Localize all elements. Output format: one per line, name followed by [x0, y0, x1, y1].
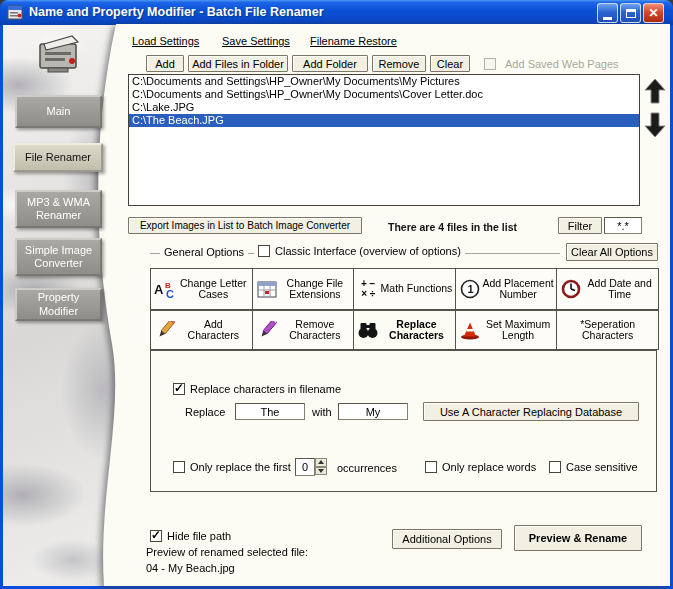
character-database-button[interactable]: Use A Character Replacing Database: [423, 402, 639, 421]
occurrences-spin-up[interactable]: [315, 458, 327, 467]
sidebar-item-mp3-wma-renamer[interactable]: MP3 & WMA Renamer: [15, 190, 102, 228]
file-list-item[interactable]: C:\Lake.JPG: [129, 101, 639, 114]
tab-seperation-characters[interactable]: *Seperation Characters: [556, 310, 659, 350]
replace-from-input[interactable]: [235, 403, 305, 420]
sidebar-item-mp3-wma-label: MP3 & WMA Renamer: [17, 196, 100, 222]
tab-add-date-and-time[interactable]: Add Date and Time: [556, 268, 659, 310]
sidebar-item-property-modifier[interactable]: Property Modifier: [15, 288, 102, 321]
general-options-label: General Options: [160, 246, 248, 258]
filter-button[interactable]: Filter: [558, 217, 602, 234]
sidebar-item-image-converter-label: Simple Image Converter: [17, 244, 100, 270]
sidebar-item-simple-image-converter[interactable]: Simple Image Converter: [15, 238, 102, 276]
maximize-button[interactable]: [620, 3, 641, 23]
content-panel: Load Settings Save Settings Filename Res…: [84, 24, 670, 586]
filename-restore-link[interactable]: Filename Restore: [310, 35, 397, 47]
spin-down-icon: [318, 469, 324, 473]
sidebar-item-file-renamer-label: File Renamer: [25, 151, 91, 164]
tab-change-letter-cases[interactable]: A B C Change Letter Cases: [150, 268, 253, 310]
tab-add-placement-number[interactable]: 1 Add Placement Number: [455, 268, 558, 310]
move-up-button[interactable]: [642, 76, 668, 106]
down-arrow-icon: [644, 112, 666, 138]
tab-add-characters[interactable]: Add Characters: [150, 310, 253, 350]
eraser-pen-icon: [255, 321, 279, 340]
tab-replace-characters[interactable]: Replace Characters: [353, 310, 456, 350]
add-files-in-folder-button[interactable]: Add Files in Folder: [188, 55, 288, 72]
tab-change-file-extensions[interactable]: Change File Extensions: [252, 268, 355, 310]
hide-file-path-checkbox[interactable]: [150, 530, 162, 542]
math-functions-icon: + − × ÷: [356, 279, 380, 299]
occurrences-input[interactable]: [295, 458, 315, 476]
clear-button[interactable]: Clear: [430, 55, 470, 72]
move-down-button[interactable]: [642, 110, 668, 140]
classic-interface-row: Classic Interface (overview of options): [254, 245, 465, 257]
case-sensitive-label: Case sensitive: [566, 461, 638, 473]
hide-file-path-row: Hide file path: [150, 530, 231, 542]
case-sensitive-checkbox[interactable]: [549, 461, 561, 473]
only-replace-words-label: Only replace words: [442, 461, 536, 473]
clear-all-options-button[interactable]: Clear All Options: [566, 243, 658, 261]
file-listbox[interactable]: C:\Documents and Settings\HP_Owner\My Do…: [128, 74, 640, 206]
add-saved-web-pages-checkbox[interactable]: [484, 58, 496, 70]
sidebar-item-main-label: Main: [47, 105, 71, 118]
option-tabs-row1: A B C Change Letter Cases: [150, 268, 659, 310]
additional-options-button[interactable]: Additional Options: [392, 529, 502, 549]
save-settings-link[interactable]: Save Settings: [222, 35, 290, 47]
up-arrow-icon: [644, 78, 666, 104]
pencil-icon: [153, 321, 177, 340]
only-replace-words-checkbox[interactable]: [425, 461, 437, 473]
preview-caption: Preview of renamed selected file:: [146, 546, 308, 558]
classic-interface-label: Classic Interface (overview of options): [275, 245, 461, 257]
window-title: Name and Property Modifier - Batch File …: [29, 5, 324, 19]
add-button[interactable]: Add: [146, 55, 184, 72]
sidebar-item-property-modifier-label: Property Modifier: [17, 291, 100, 317]
hide-file-path-label: Hide file path: [167, 530, 231, 542]
close-icon: ✕: [648, 7, 658, 19]
letter-cases-icon: A B C: [153, 279, 177, 299]
add-folder-button[interactable]: Add Folder: [292, 55, 368, 72]
sidebar-item-file-renamer[interactable]: File Renamer: [13, 143, 103, 172]
minimize-icon: [603, 17, 612, 20]
content-panel-shadow: Load Settings Save Settings Filename Res…: [84, 24, 670, 586]
close-button[interactable]: ✕: [643, 3, 664, 23]
file-list-item[interactable]: C:\Documents and Settings\HP_Owner\My Do…: [129, 75, 639, 88]
file-list-item[interactable]: C:\Documents and Settings\HP_Owner\My Do…: [129, 88, 639, 101]
file-toolbar: Add Add Files in Folder Add Folder Remov…: [146, 55, 619, 72]
only-replace-first-checkbox[interactable]: [173, 461, 185, 473]
export-images-button[interactable]: Export Images in List to Batch Image Con…: [128, 217, 362, 234]
placement-number-icon: 1: [458, 279, 482, 299]
svg-text:C: C: [166, 288, 174, 299]
tab-remove-characters[interactable]: Remove Characters: [252, 310, 355, 350]
clock-icon: [559, 279, 583, 299]
option-tabs-row2: Add Characters Remove Characters: [150, 310, 659, 350]
with-label: with: [312, 406, 332, 418]
filter-input[interactable]: [604, 217, 642, 234]
cone-icon: [458, 321, 482, 340]
occurrences-label: occurrences: [337, 462, 397, 474]
replace-in-filename-checkbox[interactable]: [173, 383, 185, 395]
load-settings-link[interactable]: Load Settings: [132, 35, 199, 47]
remove-button[interactable]: Remove: [372, 55, 426, 72]
only-first-row: Only replace the first: [173, 461, 291, 473]
file-extensions-icon: [255, 281, 279, 298]
svg-text:A: A: [154, 282, 164, 297]
only-words-row: Only replace words: [425, 461, 536, 473]
file-list-item-selected[interactable]: C:\The Beach.JPG: [129, 114, 639, 127]
preview-rename-button[interactable]: Preview & Rename: [514, 525, 642, 551]
tab-set-maximum-length[interactable]: Set Maximum Length: [455, 310, 558, 350]
replace-characters-panel: Replace characters in filename Replace w…: [150, 350, 657, 492]
title-bar[interactable]: Name and Property Modifier - Batch File …: [0, 0, 673, 25]
tab-math-functions[interactable]: + − × ÷ Math Functions: [353, 268, 456, 310]
app-window-icon: [7, 4, 24, 21]
classic-interface-checkbox[interactable]: [258, 245, 270, 257]
add-saved-web-pages-label: Add Saved Web Pages: [505, 58, 619, 70]
app-logo-icon: [32, 30, 84, 78]
occurrences-spinner: [295, 458, 327, 476]
occurrences-spin-down[interactable]: [315, 467, 327, 476]
app-window: Name and Property Modifier - Batch File …: [0, 0, 673, 589]
replace-to-input[interactable]: [338, 403, 408, 420]
spin-up-icon: [318, 460, 324, 464]
sidebar-item-main[interactable]: Main: [15, 95, 102, 128]
svg-text:1: 1: [467, 283, 473, 295]
replace-enable-row: Replace characters in filename: [173, 383, 341, 395]
minimize-button[interactable]: [597, 3, 618, 23]
